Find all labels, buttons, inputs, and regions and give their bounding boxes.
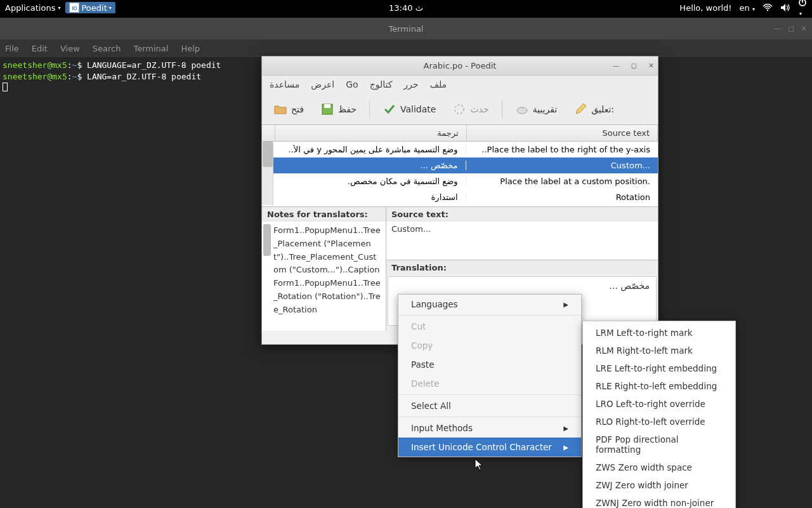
update-button[interactable]: حدث	[446, 100, 495, 119]
menu-catalog[interactable]: كتالوج	[370, 79, 393, 90]
notes-body[interactable]: Form1..PopupMenu1..Tree_Placement ("Plac…	[262, 222, 386, 331]
terminal-command-2: LANG=ar_DZ.UTF-8 poedit	[87, 72, 201, 81]
fuzzy-button[interactable]: تقريبية	[509, 100, 564, 119]
menu-edit[interactable]: Edit	[32, 44, 48, 53]
hello-label: Hello, world!	[679, 3, 731, 13]
terminal-titlebar: Terminal — ◻ ✕	[0, 18, 812, 39]
menu-view[interactable]: View	[60, 44, 80, 53]
ctx-input-methods[interactable]: Input Methods ▶	[398, 418, 581, 438]
menu-separator	[398, 394, 581, 395]
poedit-taskbar-button[interactable]: ю Poedit ▾	[65, 2, 115, 13]
terminal-window-controls: — ◻ ✕	[774, 24, 807, 33]
translation-column-header[interactable]: ترجمة	[275, 125, 467, 141]
ctx-paste-label: Paste	[411, 359, 434, 370]
save-button[interactable]: حفظ	[314, 100, 363, 119]
translation-label: Translation:	[386, 260, 658, 275]
ctx-select-all[interactable]: Select All	[398, 396, 581, 415]
maximize-button[interactable]: ◻	[788, 24, 794, 33]
submenu-item[interactable]: PDF Pop directional formatting	[583, 431, 735, 458]
open-button[interactable]: فتح	[267, 100, 310, 119]
volume-icon[interactable]	[780, 3, 790, 12]
ctx-cut[interactable]: Cut	[398, 317, 581, 336]
table-row[interactable]: وضع التسمية مباشرة على يمين المحور y في …	[262, 142, 658, 157]
scrollbar-thumb[interactable]	[263, 142, 273, 167]
wifi-icon[interactable]	[763, 4, 773, 11]
comment-button[interactable]: تعليق:	[567, 100, 620, 119]
notes-text: Form1..PopupMenu1..Tree_Placement ("Plac…	[273, 225, 381, 314]
submenu-item[interactable]: LRM Left-to-right mark	[583, 324, 735, 342]
scroll-gutter	[262, 189, 273, 205]
power-icon[interactable]: ▾	[798, 0, 807, 17]
menu-file[interactable]: File	[5, 44, 19, 53]
scroll-gutter	[262, 173, 273, 189]
top-panel-left: Applications ▾ ю Poedit ▾	[5, 2, 115, 13]
ctx-paste[interactable]: Paste	[398, 355, 581, 374]
source-cell: Place the label at a custom position.	[466, 177, 658, 186]
menu-edit[interactable]: حرر	[403, 79, 418, 90]
context-menu: Languages ▶ Cut Copy Paste Delete Select…	[398, 294, 582, 457]
submenu-item[interactable]: ZWJ Zero width joiner	[583, 476, 735, 494]
applications-label: Applications	[5, 3, 55, 13]
ctx-select-all-label: Select All	[411, 401, 451, 411]
menu-help[interactable]: Help	[181, 44, 200, 53]
save-label: حفظ	[338, 104, 357, 114]
validate-button[interactable]: Validate	[376, 100, 442, 119]
menu-search[interactable]: Search	[93, 44, 121, 53]
poedit-column-headers: ترجمة Source text	[262, 125, 658, 142]
table-row-selected[interactable]: مخصّص ... Custom...	[262, 157, 658, 173]
submenu-item[interactable]: RLO Right-to-left override	[583, 413, 735, 431]
source-cell: Rotation	[466, 192, 658, 202]
source-column-header[interactable]: Source text	[467, 125, 658, 141]
menu-view[interactable]: اعرض	[311, 79, 334, 90]
ctx-insert-unicode[interactable]: Insert Unicode Control Character ▶	[398, 438, 581, 457]
open-label: فتح	[291, 104, 304, 114]
submenu-item[interactable]: RLE Right-to-left embedding	[583, 377, 735, 395]
poedit-toolbar: فتح حفظ Validate حدث تقريبية تعليق:	[262, 93, 658, 125]
table-row[interactable]: وضع التسمية في مكان مخصص. Place the labe…	[262, 173, 658, 189]
submenu-item[interactable]: ZWS Zero width space	[583, 458, 735, 476]
translation-list[interactable]: وضع التسمية مباشرة على يمين المحور y في …	[262, 142, 658, 206]
top-panel-right: Hello, world! en ▾ ▾	[679, 0, 807, 17]
source-text-box: Custom...	[386, 222, 658, 260]
submenu-item[interactable]: LRE Left-to-right embedding	[583, 359, 735, 377]
submenu-item[interactable]: ZWNJ Zero width non-joiner	[583, 494, 735, 508]
applications-menu[interactable]: Applications ▾	[5, 3, 60, 13]
source-cell: ..Place the label to the right of the y-…	[466, 145, 658, 154]
menu-go[interactable]: Go	[346, 79, 358, 90]
language-indicator[interactable]: en ▾	[740, 3, 755, 13]
menu-terminal[interactable]: Terminal	[133, 44, 168, 53]
poedit-title: Arabic.po - Poedit	[424, 61, 497, 70]
toolbar-separator	[369, 100, 370, 119]
maximize-button[interactable]: ◻	[631, 62, 637, 70]
ctx-languages[interactable]: Languages ▶	[398, 295, 581, 314]
svg-rect-4	[324, 104, 331, 108]
poedit-menubar: ملف حرر كتالوج Go اعرض مساعدة	[262, 76, 658, 93]
ctx-insert-unicode-label: Insert Unicode Control Character	[411, 442, 552, 452]
table-row[interactable]: استدارة Rotation	[262, 189, 658, 205]
scrollbar-thumb[interactable]	[263, 224, 271, 256]
poedit-titlebar: Arabic.po - Poedit — ◻ ✕	[262, 57, 658, 76]
terminal-cursor	[3, 83, 8, 91]
minimize-button[interactable]: —	[613, 62, 620, 70]
notes-label: Notes for translators:	[262, 207, 386, 222]
ctx-copy[interactable]: Copy	[398, 336, 581, 355]
save-icon	[320, 102, 334, 116]
close-button[interactable]: ✕	[801, 24, 807, 33]
ctx-delete[interactable]: Delete	[398, 374, 581, 393]
clock[interactable]: 13:40 ث	[389, 3, 423, 13]
cloud-icon	[515, 102, 529, 116]
minimize-button[interactable]: —	[774, 24, 782, 33]
submenu-item[interactable]: RLM Right-to-left mark	[583, 342, 735, 359]
ctx-delete-label: Delete	[411, 378, 439, 389]
top-panel: Applications ▾ ю Poedit ▾ 13:40 ث Hello,…	[0, 0, 812, 15]
menu-file[interactable]: ملف	[429, 79, 447, 90]
chevron-down-icon: ▾	[752, 6, 755, 12]
ctx-copy-label: Copy	[411, 340, 433, 351]
close-button[interactable]: ✕	[648, 62, 654, 70]
menu-help[interactable]: مساعدة	[270, 79, 299, 90]
submenu-item[interactable]: LRO Left-to-right override	[583, 395, 735, 413]
validate-label: Validate	[400, 104, 436, 114]
comment-label: تعليق:	[591, 104, 614, 114]
chevron-right-icon: ▶	[563, 444, 568, 451]
poedit-window-controls: — ◻ ✕	[613, 62, 654, 70]
